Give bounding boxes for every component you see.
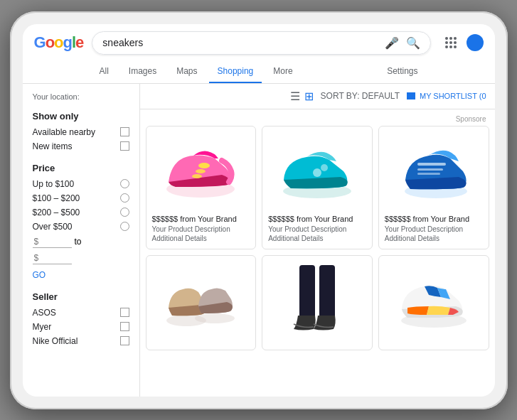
- product-price-0: $$$$$$ from Your Brand: [152, 215, 250, 223]
- list-view-icon[interactable]: ☰: [290, 90, 300, 103]
- show-only-section: Show only Available nearby New items: [33, 111, 129, 151]
- available-nearby-checkbox[interactable]: [120, 127, 129, 136]
- product-desc-0: Your Product Description Additional Deta…: [152, 225, 250, 243]
- price-label-1: $100 – $200: [33, 193, 80, 203]
- price-radio-3[interactable]: [120, 222, 129, 231]
- seller-label-myer: Myer: [33, 322, 52, 332]
- search-icon[interactable]: 🔍: [406, 36, 420, 50]
- price-option-3: Over $500: [33, 222, 129, 232]
- product-image-4: [268, 262, 366, 340]
- product-price-1: $$$$$$ from Your Brand: [268, 215, 366, 223]
- svg-point-1: [198, 163, 210, 168]
- products-area: ☰ ⊞ SORT BY: DEFAULT MY SHORTLIST (0 Spo…: [140, 84, 495, 397]
- price-radio-2[interactable]: [120, 208, 129, 217]
- price-radio-1[interactable]: [120, 193, 129, 203]
- tablet-screen: Google 🎤 🔍: [23, 24, 495, 397]
- seller-asos: ASOS: [33, 308, 129, 318]
- svg-rect-13: [299, 265, 315, 318]
- google-logo: Google: [34, 33, 84, 52]
- shoe-svg-multi: [395, 265, 473, 336]
- nav-tabs: All Images Maps Shopping More Settings: [34, 60, 484, 83]
- price-option-1: $100 – $200: [33, 193, 129, 203]
- products-grid: Sponsore: [140, 109, 495, 397]
- price-label-2: $200 – $500: [33, 208, 80, 217]
- filter-label-new: New items: [33, 141, 73, 151]
- product-card-4[interactable]: [262, 255, 373, 350]
- products-toolbar: ☰ ⊞ SORT BY: DEFAULT MY SHORTLIST (0: [140, 84, 495, 109]
- seller-label-asos: ASOS: [33, 308, 56, 318]
- seller-checkbox-nike[interactable]: [120, 336, 129, 345]
- price-option-2: $200 – $500: [33, 208, 129, 217]
- shortlist-label: MY SHORTLIST (0: [420, 92, 486, 100]
- product-image-0: [152, 132, 250, 210]
- product-image-5: [385, 262, 483, 340]
- tab-shopping[interactable]: Shopping: [209, 60, 262, 83]
- sort-label[interactable]: SORT BY: DEFAULT: [321, 91, 400, 101]
- product-card-1[interactable]: $$$$$$ from Your Brand Your Product Desc…: [262, 126, 373, 249]
- product-grid-layout: $$$$$$ from Your Brand Your Product Desc…: [146, 126, 489, 350]
- seller-label-nike: Nike Official: [33, 336, 78, 346]
- search-input[interactable]: [102, 37, 384, 48]
- microphone-icon[interactable]: 🎤: [385, 36, 399, 50]
- product-desc-1: Your Product Description Additional Deta…: [268, 225, 366, 243]
- seller-section: Seller ASOS Myer Nike Official: [33, 291, 129, 346]
- tab-images[interactable]: Images: [120, 60, 165, 83]
- product-card-3[interactable]: [146, 255, 257, 350]
- price-range-inputs: to: [33, 236, 129, 248]
- grid-view-icon[interactable]: ⊞: [304, 90, 314, 103]
- tab-more[interactable]: More: [265, 60, 301, 83]
- price-radio-0[interactable]: [120, 179, 129, 188]
- seller-checkbox-asos[interactable]: [120, 308, 129, 317]
- product-image-2: [385, 132, 483, 210]
- filter-new-items: New items: [33, 141, 129, 151]
- seller-myer: Myer: [33, 322, 129, 332]
- filter-label-available: Available nearby: [33, 127, 96, 137]
- price-from-input[interactable]: [33, 236, 72, 248]
- location-label: Your location:: [33, 92, 129, 101]
- tablet-frame: Google 🎤 🔍: [10, 11, 508, 409]
- go-button[interactable]: GO: [33, 270, 46, 280]
- header-top: Google 🎤 🔍: [34, 31, 484, 55]
- header: Google 🎤 🔍: [23, 24, 495, 84]
- shortlist-button[interactable]: MY SHORTLIST (0: [407, 92, 486, 100]
- shortlist-icon: [407, 92, 415, 99]
- product-card-0[interactable]: $$$$$$ from Your Brand Your Product Desc…: [146, 126, 257, 249]
- search-bar[interactable]: 🎤 🔍: [92, 31, 430, 55]
- tab-maps[interactable]: Maps: [168, 60, 206, 83]
- price-to-input[interactable]: [33, 252, 72, 264]
- seller-checkbox-myer[interactable]: [120, 322, 129, 331]
- header-actions: [445, 34, 484, 51]
- svg-rect-8: [417, 163, 446, 166]
- svg-point-3: [192, 174, 202, 178]
- user-avatar[interactable]: [467, 34, 484, 51]
- svg-point-2: [196, 169, 206, 173]
- shoe-svg-nude: [161, 265, 240, 336]
- new-items-checkbox[interactable]: [120, 141, 129, 151]
- shoe-svg-blue: [395, 136, 473, 207]
- price-to-label: to: [75, 237, 82, 247]
- price-label-3: Over $500: [33, 222, 73, 232]
- product-price-2: $$$$$$ from Your Brand: [385, 215, 483, 223]
- svg-point-12: [195, 313, 235, 323]
- tab-all[interactable]: All: [91, 60, 117, 83]
- view-icons: ☰ ⊞: [290, 90, 314, 103]
- product-desc-2: Your Product Description Additional Deta…: [385, 225, 483, 243]
- main-content: Your location: Show only Available nearb…: [23, 84, 495, 397]
- product-card-5[interactable]: [378, 255, 489, 350]
- sidebar: Your location: Show only Available nearb…: [23, 84, 140, 397]
- svg-rect-14: [319, 265, 335, 318]
- price-to-row: [33, 252, 129, 264]
- search-icons: 🎤 🔍: [385, 36, 420, 50]
- shoe-svg-dark: [278, 262, 356, 340]
- sponsored-label: Sponsore: [146, 115, 489, 123]
- show-only-title: Show only: [33, 111, 129, 122]
- apps-icon[interactable]: [445, 37, 457, 48]
- shoe-svg-teal: [278, 136, 356, 207]
- svg-rect-10: [417, 173, 440, 175]
- price-section: Price Up to $100 $100 – $200 $200 – $500: [33, 163, 129, 280]
- settings-link[interactable]: Settings: [378, 60, 426, 83]
- svg-point-6: [321, 164, 328, 171]
- product-image-3: [152, 262, 250, 340]
- product-card-2[interactable]: $$$$$$ from Your Brand Your Product Desc…: [378, 126, 489, 249]
- filter-available-nearby: Available nearby: [33, 127, 129, 137]
